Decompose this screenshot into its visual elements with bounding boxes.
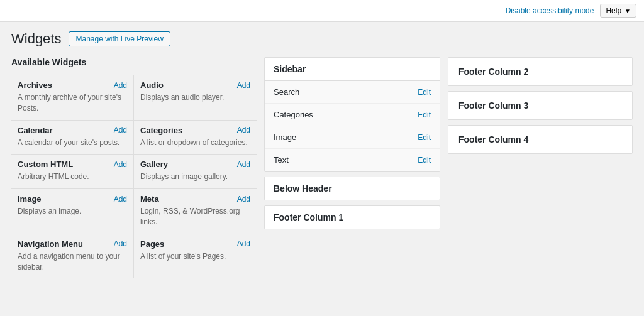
widget-add-link[interactable]: Add	[237, 160, 250, 169]
sidebar-widget-edit-link[interactable]: Edit	[418, 111, 431, 119]
widget-add-link[interactable]: Add	[237, 126, 250, 134]
widget-desc: A calendar of your site's posts.	[18, 138, 127, 148]
below-header-area-box: Below Header	[264, 177, 440, 200]
sidebar-widgets-list: Search Edit Categories Edit Image Edit T…	[265, 81, 440, 171]
help-button[interactable]: Help ▼	[600, 4, 636, 18]
widget-header: Calendar Add	[18, 126, 127, 135]
widget-header: Pages Add	[140, 239, 250, 249]
widget-item: Custom HTML Add Arbitrary HTML code.	[11, 154, 134, 188]
widget-item: Navigation Menu Add Add a navigation men…	[11, 234, 134, 279]
widget-desc: A list of your site's Pages.	[140, 251, 250, 262]
page-title: Widgets	[11, 31, 61, 47]
sidebar-widget-item: Search Edit	[265, 81, 440, 104]
widget-header: Custom HTML Add	[18, 160, 127, 169]
widget-header: Meta Add	[140, 194, 250, 204]
widget-name: Meta	[140, 194, 159, 204]
widget-desc: Displays an image gallery.	[140, 172, 250, 182]
sidebar-widget-item: Text Edit	[265, 149, 440, 171]
footer-col-box: Footer Column 3	[448, 91, 633, 120]
widget-desc: Displays an image.	[18, 206, 127, 217]
widget-header: Archives Add	[18, 80, 127, 90]
disable-accessibility-link[interactable]: Disable accessibility mode	[506, 6, 594, 15]
widget-desc: A list or dropdown of categories.	[140, 138, 250, 148]
widget-add-link[interactable]: Add	[237, 239, 250, 248]
sidebar-widget-edit-link[interactable]: Edit	[418, 156, 431, 165]
widget-header: Gallery Add	[140, 160, 250, 169]
widget-add-link[interactable]: Add	[114, 160, 127, 169]
widget-name: Gallery	[140, 160, 168, 169]
widget-add-link[interactable]: Add	[114, 126, 127, 134]
widget-desc: Displays an audio player.	[140, 92, 250, 103]
main-layout: Available Widgets Archives Add A monthly…	[11, 57, 633, 278]
widget-name: Categories	[140, 126, 182, 135]
widget-add-link[interactable]: Add	[237, 195, 250, 204]
widget-item: Calendar Add A calendar of your site's p…	[11, 120, 134, 155]
sidebar-areas-panel: Sidebar Search Edit Categories Edit Imag…	[264, 57, 440, 229]
widget-name: Pages	[140, 239, 164, 249]
footer-col-box: Footer Column 4	[448, 125, 633, 154]
help-label: Help	[606, 6, 621, 15]
manage-live-preview-button[interactable]: Manage with Live Preview	[69, 31, 170, 46]
sidebar-widget-name: Search	[274, 87, 299, 97]
help-chevron-icon: ▼	[625, 8, 631, 14]
widget-name: Navigation Menu	[18, 239, 83, 249]
sidebar-widget-name: Text	[274, 155, 289, 165]
widget-desc: Login, RSS, & WordPress.org links.	[140, 206, 250, 227]
available-widgets-title: Available Widgets	[11, 57, 257, 67]
widget-add-link[interactable]: Add	[114, 81, 127, 90]
top-bar: Disable accessibility mode Help ▼	[0, 0, 644, 22]
sidebar-widget-edit-link[interactable]: Edit	[418, 133, 431, 142]
widget-desc: A monthly archive of your site's Posts.	[18, 92, 127, 114]
sidebar-widget-item: Categories Edit	[265, 104, 440, 126]
widget-header: Categories Add	[140, 126, 250, 135]
widget-item: Gallery Add Displays an image gallery.	[134, 154, 257, 188]
sidebar-widget-item: Image Edit	[265, 126, 440, 149]
widget-name: Archives	[18, 80, 52, 90]
sidebar-widget-edit-link[interactable]: Edit	[418, 88, 431, 97]
sidebar-widget-name: Categories	[274, 110, 313, 119]
widget-item: Pages Add A list of your site's Pages.	[134, 234, 257, 279]
widget-name: Audio	[140, 80, 164, 90]
widgets-grid: Archives Add A monthly archive of your s…	[11, 75, 257, 278]
widget-item: Audio Add Displays an audio player.	[134, 75, 257, 120]
widget-add-link[interactable]: Add	[237, 81, 250, 90]
widget-item: Categories Add A list or dropdown of cat…	[134, 120, 257, 155]
widget-item: Meta Add Login, RSS, & WordPress.org lin…	[134, 188, 257, 234]
sidebar-widget-name: Image	[274, 133, 296, 142]
sidebar-area-box: Sidebar Search Edit Categories Edit Imag…	[264, 57, 440, 172]
footer-columns-panel: Footer Column 2Footer Column 3Footer Col…	[448, 57, 633, 154]
widget-add-link[interactable]: Add	[114, 239, 127, 248]
available-widgets-panel: Available Widgets Archives Add A monthly…	[11, 57, 257, 278]
widget-add-link[interactable]: Add	[114, 195, 127, 204]
footer-column-1-area-title: Footer Column 1	[265, 206, 440, 229]
widget-desc: Arbitrary HTML code.	[18, 172, 127, 182]
widget-desc: Add a navigation menu to your sidebar.	[18, 251, 127, 273]
sidebar-area-title: Sidebar	[265, 58, 440, 81]
widget-header: Image Add	[18, 194, 127, 204]
footer-column-1-area-box: Footer Column 1	[264, 205, 440, 229]
widget-item: Image Add Displays an image.	[11, 188, 134, 234]
below-header-area-title: Below Header	[265, 177, 440, 200]
widget-name: Calendar	[18, 126, 53, 135]
widget-item: Archives Add A monthly archive of your s…	[11, 75, 134, 120]
page-title-row: Widgets Manage with Live Preview	[11, 31, 633, 47]
footer-col-box: Footer Column 2	[448, 57, 633, 86]
page-wrapper: Widgets Manage with Live Preview Availab…	[0, 22, 644, 287]
widget-header: Navigation Menu Add	[18, 239, 127, 249]
widget-name: Image	[18, 194, 42, 204]
widget-name: Custom HTML	[18, 160, 73, 169]
widget-header: Audio Add	[140, 80, 250, 90]
